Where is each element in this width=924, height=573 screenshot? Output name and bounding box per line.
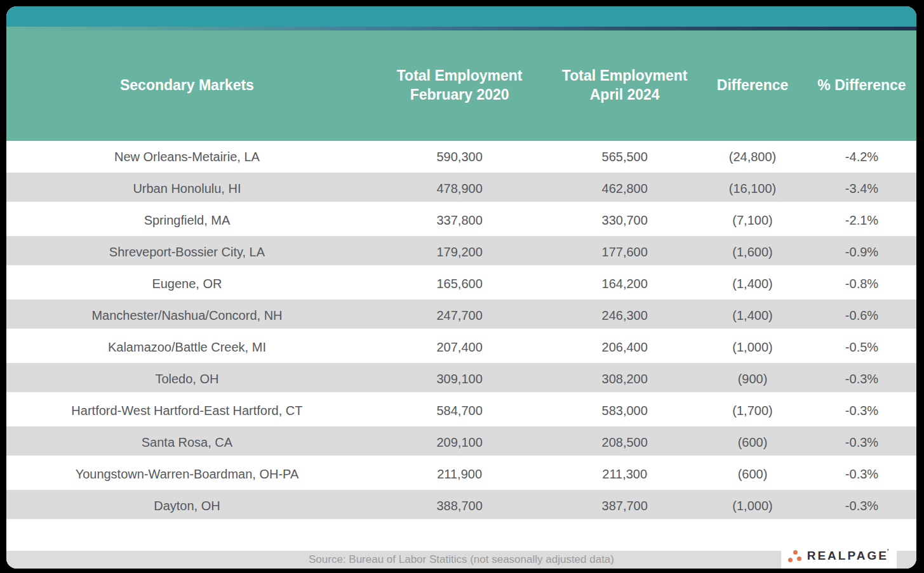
pct-difference-cell: -0.8%: [807, 277, 916, 291]
realpage-logo: REALPAGE': [781, 543, 897, 569]
feb-2020-employment-cell: 209,100: [368, 435, 551, 450]
apr-2024-employment-cell: 330,700: [551, 213, 698, 228]
market-cell: Shreveport-Bossier City, LA: [6, 245, 368, 260]
table-row: Kalamazoo/Battle Creek, MI 207,400 206,4…: [6, 331, 916, 363]
pct-difference-cell: -0.5%: [807, 340, 916, 355]
source-footer: Source: Bureau of Labor Statitics (not s…: [6, 551, 916, 569]
table-header-row: Secondary Markets Total Employment Febru…: [6, 30, 916, 141]
table-row: Dayton, OH 388,700 387,700 (1,000) -0.3%: [6, 490, 916, 522]
market-cell: New Orleans-Metairie, LA: [6, 150, 368, 164]
header-line-2: February 2020: [368, 86, 551, 105]
logo-trademark-tick: ': [887, 548, 890, 555]
table-row: Manchester/Nashua/Concord, NH 247,700 24…: [6, 300, 916, 331]
table-row: Springfield, MA 337,800 330,700 (7,100) …: [6, 204, 916, 236]
difference-cell: (1,400): [698, 277, 807, 291]
apr-2024-employment-cell: 246,300: [551, 308, 698, 323]
market-cell: Youngstown-Warren-Boardman, OH-PA: [6, 467, 368, 482]
feb-2020-employment-cell: 309,100: [368, 372, 551, 386]
feb-2020-employment-cell: 179,200: [368, 245, 551, 260]
feb-2020-employment-cell: 590,300: [368, 150, 551, 164]
market-cell: Kalamazoo/Battle Creek, MI: [6, 340, 368, 355]
difference-cell: (1,600): [698, 245, 807, 260]
pct-difference-cell: -0.3%: [807, 404, 916, 418]
column-header-total-employment-feb-2020: Total Employment February 2020: [368, 67, 551, 105]
table-row: Youngstown-Warren-Boardman, OH-PA 211,90…: [6, 458, 916, 490]
apr-2024-employment-cell: 308,200: [551, 372, 698, 386]
header-line-2: April 2024: [551, 86, 698, 105]
apr-2024-employment-cell: 565,500: [551, 150, 698, 164]
market-cell: Dayton, OH: [6, 499, 368, 513]
realpage-wordmark: REALPAGE': [807, 549, 891, 563]
table-row: Shreveport-Bossier City, LA 179,200 177,…: [6, 236, 916, 268]
table-row: Toledo, OH 309,100 308,200 (900) -0.3%: [6, 363, 916, 395]
pct-difference-cell: -0.3%: [807, 499, 916, 513]
difference-cell: (1,700): [698, 404, 807, 418]
column-header-difference: Difference: [698, 76, 807, 95]
apr-2024-employment-cell: 211,300: [551, 467, 698, 482]
source-text: Source: Bureau of Labor Statitics (not s…: [309, 553, 614, 566]
difference-cell: (600): [698, 435, 807, 450]
apr-2024-employment-cell: 208,500: [551, 435, 698, 450]
pct-difference-cell: -0.3%: [807, 467, 916, 482]
apr-2024-employment-cell: 583,000: [551, 404, 698, 418]
pct-difference-cell: -0.9%: [807, 245, 916, 260]
market-cell: Santa Rosa, CA: [6, 435, 368, 450]
column-header-total-employment-apr-2024: Total Employment April 2024: [551, 67, 698, 105]
feb-2020-employment-cell: 247,700: [368, 308, 551, 323]
table-row: Urban Honolulu, HI 478,900 462,800 (16,1…: [6, 173, 916, 204]
apr-2024-employment-cell: 462,800: [551, 181, 698, 196]
difference-cell: (900): [698, 372, 807, 386]
table-row: Santa Rosa, CA 209,100 208,500 (600) -0.…: [6, 426, 916, 458]
column-header-secondary-markets: Secondary Markets: [6, 76, 368, 95]
feb-2020-employment-cell: 478,900: [368, 181, 551, 196]
difference-cell: (16,100): [698, 181, 807, 196]
realpage-dots-icon: [787, 548, 803, 563]
difference-cell: (1,400): [698, 308, 807, 323]
column-header-pct-difference: % Difference: [807, 76, 916, 95]
employment-table-card: Secondary Markets Total Employment Febru…: [6, 6, 916, 569]
difference-cell: (600): [698, 467, 807, 482]
pct-difference-cell: -2.1%: [807, 213, 916, 228]
feb-2020-employment-cell: 337,800: [368, 213, 551, 228]
logo-dot: [797, 557, 801, 561]
apr-2024-employment-cell: 164,200: [551, 277, 698, 291]
top-teal-bar: [6, 6, 916, 27]
market-cell: Springfield, MA: [6, 213, 368, 228]
header-line-1: Total Employment: [551, 67, 698, 86]
logo-dot: [788, 558, 793, 562]
pct-difference-cell: -0.3%: [807, 435, 916, 450]
market-cell: Manchester/Nashua/Concord, NH: [6, 308, 368, 323]
feb-2020-employment-cell: 388,700: [368, 499, 551, 513]
difference-cell: (1,000): [698, 340, 807, 355]
pct-difference-cell: -4.2%: [807, 150, 916, 164]
table-row: New Orleans-Metairie, LA 590,300 565,500…: [6, 141, 916, 173]
feb-2020-employment-cell: 584,700: [368, 404, 551, 418]
feb-2020-employment-cell: 207,400: [368, 340, 551, 355]
difference-cell: (1,000): [698, 499, 807, 513]
table-body: New Orleans-Metairie, LA 590,300 565,500…: [6, 141, 916, 522]
feb-2020-employment-cell: 211,900: [368, 467, 551, 482]
pct-difference-cell: -0.3%: [807, 372, 916, 386]
difference-cell: (7,100): [698, 213, 807, 228]
logo-dot: [793, 550, 798, 555]
market-cell: Toledo, OH: [6, 372, 368, 386]
page-background: { "chart_data": { "type": "table", "titl…: [0, 0, 924, 573]
market-cell: Eugene, OR: [6, 277, 368, 291]
market-cell: Urban Honolulu, HI: [6, 181, 368, 196]
header-line-1: Total Employment: [368, 67, 551, 86]
difference-cell: (24,800): [698, 150, 807, 164]
feb-2020-employment-cell: 165,600: [368, 277, 551, 291]
apr-2024-employment-cell: 387,700: [551, 499, 698, 513]
pct-difference-cell: -0.6%: [807, 308, 916, 323]
table-row: Hartford-West Hartford-East Hartford, CT…: [6, 395, 916, 426]
pct-difference-cell: -3.4%: [807, 181, 916, 196]
apr-2024-employment-cell: 177,600: [551, 245, 698, 260]
table-row: Eugene, OR 165,600 164,200 (1,400) -0.8%: [6, 268, 916, 300]
market-cell: Hartford-West Hartford-East Hartford, CT: [6, 404, 368, 418]
apr-2024-employment-cell: 206,400: [551, 340, 698, 355]
